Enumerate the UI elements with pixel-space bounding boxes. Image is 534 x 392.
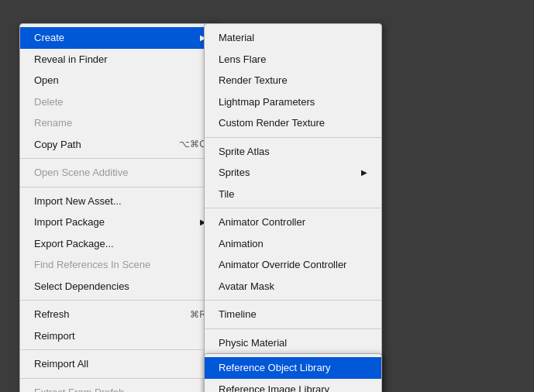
menu-item-find-refs: Find References In Scene [20,254,220,276]
menu-item-animation[interactable]: Animation [205,233,381,255]
menu-item-ref-object-library[interactable]: Reference Object Library [205,357,381,379]
menu-item-rename: Rename [20,112,220,134]
context-menu-xr: Reference Object Library Reference Image… [204,353,382,392]
menu-item-tile[interactable]: Tile [205,184,381,205]
separator-c3 [205,300,381,301]
menu-item-open-scene-additive: Open Scene Additive [20,162,220,184]
context-menu-create: Material Lens Flare Render Texture Light… [204,23,382,392]
separator-c1 [205,137,381,138]
menu-item-animator-controller[interactable]: Animator Controller [205,211,381,233]
menu-item-sprites[interactable]: Sprites ▶ [205,162,381,184]
menu-item-timeline[interactable]: Timeline [205,304,381,325]
menu-item-lightmap-params[interactable]: Lightmap Parameters [205,91,381,113]
menu-item-import-new-asset[interactable]: Import New Asset... [20,191,220,212]
menu-item-refresh[interactable]: Refresh ⌘R [20,304,220,325]
menu-item-create[interactable]: Create ▶ [20,27,220,49]
menu-item-export-package[interactable]: Export Package... [20,233,220,255]
separator-5 [20,378,220,379]
menu-item-copy-path[interactable]: Copy Path ⌥⌘C [20,134,220,156]
menu-item-avatar-mask[interactable]: Avatar Mask [205,276,381,297]
separator-4 [20,349,220,350]
arrow-icon-sprites: ▶ [361,167,367,178]
menu-item-reimport-all[interactable]: Reimport All [20,353,220,375]
menu-item-select-deps[interactable]: Select Dependencies [20,276,220,297]
menu-item-reimport[interactable]: Reimport [20,325,220,347]
menu-item-open[interactable]: Open [20,70,220,91]
separator-1 [20,158,220,159]
menu-item-lens-flare[interactable]: Lens Flare [205,49,381,70]
separator-c4 [205,328,381,329]
menu-item-physic-material[interactable]: Physic Material [205,332,381,354]
menu-item-delete: Delete [20,91,220,113]
separator-2 [20,187,220,187]
menu-item-reveal-finder[interactable]: Reveal in Finder [20,49,220,70]
menu-item-import-package[interactable]: Import Package ▶ [20,211,220,233]
menu-item-ref-image-library[interactable]: Reference Image Library [205,379,381,393]
menu-item-animator-override[interactable]: Animator Override Controller [205,254,381,276]
context-menu-left: Create ▶ Reveal in Finder Open Delete Re… [19,23,221,392]
menu-item-render-texture[interactable]: Render Texture [205,70,381,91]
separator-c2 [205,208,381,208]
menu-item-custom-render-texture[interactable]: Custom Render Texture [205,112,381,134]
menu-item-extract-prefab: Extract From Prefab [20,382,220,393]
menu-item-material[interactable]: Material [205,27,381,49]
separator-3 [20,300,220,301]
menu-item-sprite-atlas[interactable]: Sprite Atlas [205,141,381,163]
